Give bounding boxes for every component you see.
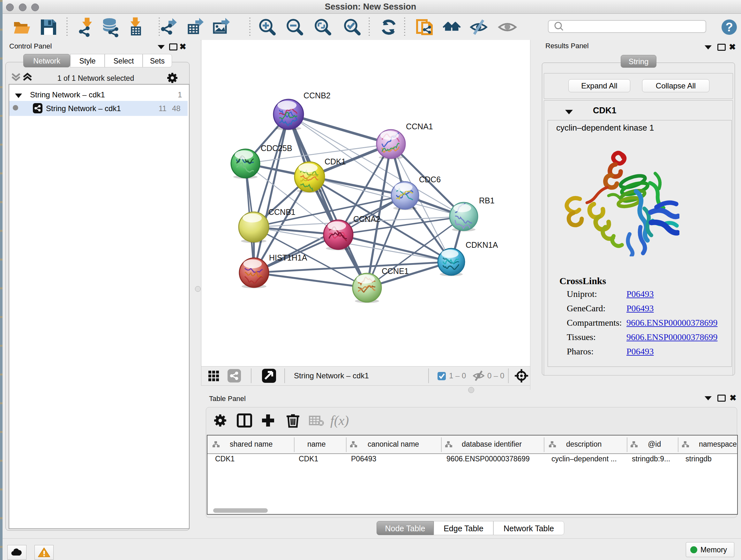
svg-text:0 – 0: 0 – 0 bbox=[487, 371, 504, 380]
svg-text:CCNA2: CCNA2 bbox=[353, 214, 381, 224]
svg-text:CDKN1A: CDKN1A bbox=[466, 240, 498, 249]
svg-text:RB1: RB1 bbox=[479, 196, 495, 205]
svg-text:CCNB1: CCNB1 bbox=[268, 207, 295, 216]
svg-text:CDK1: CDK1 bbox=[299, 455, 318, 463]
svg-text:CDC6: CDC6 bbox=[419, 175, 441, 184]
svg-text:description: description bbox=[566, 440, 602, 448]
svg-text:namespace: namespace bbox=[699, 440, 737, 448]
svg-text:1 – 0: 1 – 0 bbox=[449, 371, 466, 380]
svg-text:HIST1H1A: HIST1H1A bbox=[269, 253, 307, 262]
svg-text:database identifier: database identifier bbox=[462, 440, 522, 448]
svg-text:f(x): f(x) bbox=[330, 413, 349, 428]
svg-text:CCNE1: CCNE1 bbox=[382, 266, 409, 275]
svg-text:stringdb:9...: stringdb:9... bbox=[632, 455, 670, 463]
svg-text:1 of 1 Network selected: 1 of 1 Network selected bbox=[57, 74, 134, 82]
svg-text:name: name bbox=[307, 440, 326, 448]
svg-text:stringdb: stringdb bbox=[685, 455, 712, 463]
svg-text:canonical name: canonical name bbox=[367, 440, 419, 448]
svg-text:String Network – cdk1: String Network – cdk1 bbox=[294, 371, 369, 380]
svg-text:9606.ENSP00000378699: 9606.ENSP00000378699 bbox=[447, 455, 530, 463]
svg-text:CDK1: CDK1 bbox=[215, 455, 234, 463]
svg-text:CCNB2: CCNB2 bbox=[304, 91, 331, 100]
svg-text:@id: @id bbox=[648, 440, 661, 448]
svg-text:CDK1: CDK1 bbox=[325, 157, 346, 166]
svg-text:cyclin–dependent ...: cyclin–dependent ... bbox=[551, 455, 617, 463]
svg-text:CDC25B: CDC25B bbox=[261, 144, 292, 152]
svg-text:shared name: shared name bbox=[230, 440, 273, 448]
svg-text:P06493: P06493 bbox=[351, 455, 376, 463]
svg-text:?: ? bbox=[725, 20, 733, 34]
svg-text:CCNA1: CCNA1 bbox=[406, 122, 433, 131]
